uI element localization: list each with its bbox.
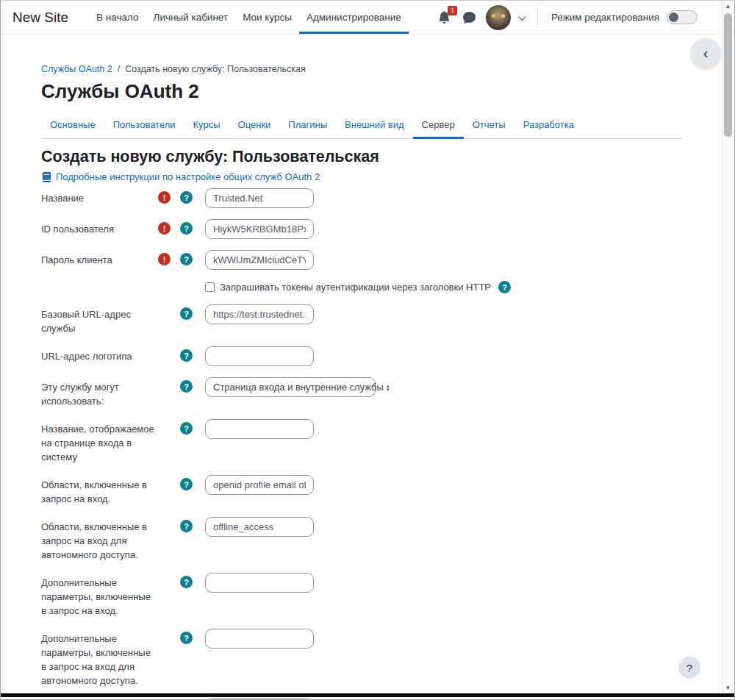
form-row-login-scopes: Области, включенные в запрос на вход. ?: [41, 475, 683, 506]
breadcrumb-oauth2-link[interactable]: Службы OAuth 2: [41, 64, 112, 74]
client-id-input[interactable]: [205, 219, 314, 239]
field-label: Дополнительные параметры, включенные в з…: [41, 629, 157, 688]
notifications-bell-icon[interactable]: 1: [436, 9, 453, 26]
tab-appearance[interactable]: Внешний вид: [336, 113, 413, 139]
help-icon[interactable]: ?: [180, 422, 193, 435]
field-label: Пароль клиента: [41, 250, 157, 267]
navbar-right: 1 Режим редактирования: [436, 1, 698, 34]
client-secret-input[interactable]: [205, 250, 314, 270]
tab-reports[interactable]: Отчеты: [464, 113, 514, 139]
main-content: Службы OAuth 2 / Создать новую службу: П…: [1, 35, 734, 700]
help-icon[interactable]: ?: [498, 281, 511, 293]
book-icon: [41, 172, 51, 182]
name-input[interactable]: [205, 188, 314, 208]
form-row-logo-url: URL-адрес логотипа ?: [41, 346, 683, 366]
required-icon: !: [158, 222, 171, 235]
navbar-divider: [537, 7, 538, 28]
user-avatar[interactable]: [486, 5, 511, 30]
logo-url-input[interactable]: [205, 346, 314, 366]
notification-count-badge: 1: [448, 6, 457, 15]
site-brand[interactable]: New Site: [12, 1, 68, 34]
messages-chat-icon[interactable]: [461, 9, 478, 26]
select-arrows-icon: ▴▾: [387, 384, 390, 391]
login-page-name-input[interactable]: [205, 419, 314, 439]
offline-scopes-input[interactable]: [205, 517, 314, 537]
form-row-login-params: Дополнительные параметры, включенные в з…: [41, 573, 683, 618]
form-row-client-id: ID пользователя ! ?: [41, 219, 683, 239]
http-tokens-checkbox[interactable]: [205, 282, 215, 292]
login-scopes-input[interactable]: [205, 475, 314, 495]
tab-general[interactable]: Основные: [41, 113, 104, 139]
admin-tabs: Основные Пользователи Курсы Оценки Плаги…: [41, 113, 683, 139]
help-icon[interactable]: ?: [180, 576, 193, 588]
breadcrumb: Службы OAuth 2 / Создать новую службу: П…: [41, 64, 683, 74]
page-title: Службы OAuth 2: [41, 80, 683, 103]
field-label: ID пользователя: [41, 219, 157, 236]
form-row-client-secret: Пароль клиента ! ?: [41, 250, 683, 270]
field-label: Базовый URL-адрес службы: [41, 304, 157, 335]
offline-params-input[interactable]: [205, 629, 314, 649]
form-row-base-url: Базовый URL-адрес службы ?: [41, 304, 683, 335]
form-heading: Создать новую службу: Пользовательская: [41, 148, 683, 166]
nav-item-home[interactable]: В начало: [89, 1, 146, 34]
login-params-input[interactable]: [205, 573, 314, 593]
docs-link-row: Подробные инструкции по настройке общих …: [41, 171, 683, 182]
form-row-show-on-login: Эту службу могут использовать: ? Страниц…: [41, 377, 683, 408]
scroll-down-arrow-icon[interactable]: ▼: [725, 683, 731, 693]
nav-item-my-courses[interactable]: Мои курсы: [235, 1, 299, 34]
nav-item-dashboard[interactable]: Личный кабинет: [146, 1, 236, 34]
primary-nav: В начало Личный кабинет Мои курсы Админи…: [89, 1, 409, 34]
navbar: New Site В начало Личный кабинет Мои кур…: [1, 1, 734, 35]
help-icon[interactable]: ?: [180, 253, 193, 265]
help-icon[interactable]: ?: [180, 222, 193, 235]
selected-option: Страница входа и внутренние службы: [213, 382, 384, 393]
help-fab-button[interactable]: ?: [678, 657, 700, 679]
oauth2-docs-link[interactable]: Подробные инструкции по настройке общих …: [56, 171, 320, 182]
help-icon[interactable]: ?: [180, 632, 193, 644]
field-label: Название, отображаемое на странице входа…: [41, 419, 157, 464]
help-icon[interactable]: ?: [180, 380, 193, 393]
tab-courses[interactable]: Курсы: [184, 113, 229, 139]
scrollbar-thumb[interactable]: [724, 13, 732, 137]
browser-viewport: New Site В начало Личный кабинет Мои кур…: [0, 0, 735, 700]
help-icon[interactable]: ?: [180, 520, 193, 532]
breadcrumb-current: Создать новую службу: Пользовательская: [125, 64, 306, 74]
vertical-scrollbar[interactable]: ▲ ▼: [722, 1, 734, 693]
field-label: Название: [41, 188, 157, 205]
tab-users[interactable]: Пользователи: [104, 113, 184, 139]
oauth2-form: Название ! ? ID пользователя ! ? Пароль …: [41, 188, 683, 700]
http-tokens-checkbox-row: Запрашивать токены аутентификации через …: [205, 281, 683, 293]
form-row-login-page-name: Название, отображаемое на странице входа…: [41, 419, 683, 464]
help-icon[interactable]: ?: [180, 478, 193, 490]
required-icon: !: [158, 191, 171, 204]
tab-grades[interactable]: Оценки: [229, 113, 280, 139]
form-row-offline-scopes: Области, включенные в запрос на вход для…: [41, 517, 683, 562]
nav-item-administration[interactable]: Администрирование: [299, 1, 409, 34]
breadcrumb-separator: /: [118, 64, 120, 74]
form-row-name: Название ! ?: [41, 188, 683, 208]
help-icon[interactable]: ?: [180, 307, 193, 320]
base-url-input[interactable]: [205, 304, 314, 324]
field-label: Области, включенные в запрос на вход для…: [41, 517, 157, 562]
edit-mode-label: Режим редактирования: [551, 12, 659, 23]
tab-development[interactable]: Разработка: [514, 113, 583, 139]
required-icon: !: [158, 253, 171, 265]
window-bottom-edge: [1, 693, 734, 697]
user-menu-chevron-down-icon[interactable]: [518, 12, 526, 20]
help-icon[interactable]: ?: [180, 191, 193, 204]
open-drawer-chevron-left-button[interactable]: ‹: [690, 38, 721, 69]
field-label: Области, включенные в запрос на вход.: [41, 475, 157, 506]
scroll-up-arrow-icon[interactable]: ▲: [725, 1, 731, 12]
field-label: URL-адрес логотипа: [41, 346, 157, 363]
tab-plugins[interactable]: Плагины: [279, 113, 336, 139]
http-tokens-checkbox-label[interactable]: Запрашивать токены аутентификации через …: [220, 282, 491, 293]
tab-server[interactable]: Сервер: [413, 113, 464, 139]
form-row-offline-params: Дополнительные параметры, включенные в з…: [41, 629, 683, 688]
show-on-login-select[interactable]: Страница входа и внутренние службы ▴▾: [205, 377, 376, 397]
help-icon[interactable]: ?: [180, 349, 193, 362]
edit-mode-toggle[interactable]: [667, 10, 698, 24]
field-label: Дополнительные параметры, включенные в з…: [41, 573, 157, 618]
field-label: Эту службу могут использовать:: [41, 377, 157, 408]
